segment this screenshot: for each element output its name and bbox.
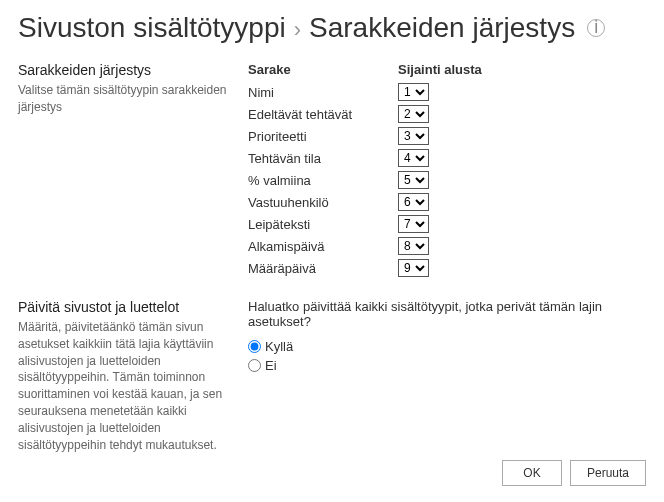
col-header-position: Sijainti alusta: [398, 62, 482, 77]
radio-no-label: Ei: [265, 358, 277, 373]
section-heading: Sarakkeiden järjestys: [18, 62, 228, 78]
page-title: Sarakkeiden järjestys: [309, 12, 575, 44]
radio-yes-input[interactable]: [248, 340, 261, 353]
table-row: Määräpäivä123456789: [248, 259, 646, 277]
column-name: Edeltävät tehtävät: [248, 107, 398, 122]
column-name: Alkamispäivä: [248, 239, 398, 254]
column-order-table: Sarake Sijainti alusta Nimi123456789Edel…: [248, 62, 646, 281]
table-row: Vastuuhenkilö123456789: [248, 193, 646, 211]
page-header: Sivuston sisältötyyppi › Sarakkeiden jär…: [0, 0, 664, 62]
position-select[interactable]: 123456789: [398, 215, 429, 233]
section-update-sites: Päivitä sivustot ja luettelot Määritä, p…: [0, 299, 664, 453]
position-select[interactable]: 123456789: [398, 237, 429, 255]
column-name: Tehtävän tila: [248, 151, 398, 166]
radio-no[interactable]: Ei: [248, 358, 646, 373]
cancel-button[interactable]: Peruuta: [570, 460, 646, 486]
section-column-order: Sarakkeiden järjestys Valitse tämän sisä…: [0, 62, 664, 281]
position-select[interactable]: 123456789: [398, 83, 429, 101]
table-row: Edeltävät tehtävät123456789: [248, 105, 646, 123]
position-select[interactable]: 123456789: [398, 105, 429, 123]
ok-button[interactable]: OK: [502, 460, 562, 486]
position-select[interactable]: 123456789: [398, 171, 429, 189]
position-select[interactable]: 123456789: [398, 193, 429, 211]
update-question: Haluatko päivittää kaikki sisältötyypit,…: [248, 299, 646, 329]
column-name: Vastuuhenkilö: [248, 195, 398, 210]
section-heading: Päivitä sivustot ja luettelot: [18, 299, 228, 315]
radio-yes[interactable]: Kyllä: [248, 339, 646, 354]
column-name: Leipäteksti: [248, 217, 398, 232]
button-row: OK Peruuta: [502, 460, 646, 486]
breadcrumb-root[interactable]: Sivuston sisältötyyppi: [18, 12, 286, 44]
position-select[interactable]: 123456789: [398, 259, 429, 277]
chevron-right-icon: ›: [294, 17, 301, 43]
column-name: Määräpäivä: [248, 261, 398, 276]
section-description: Valitse tämän sisältötyypin sarakkeiden …: [18, 82, 228, 116]
table-row: Prioriteetti123456789: [248, 127, 646, 145]
section-column-order-desc: Sarakkeiden järjestys Valitse tämän sisä…: [18, 62, 248, 281]
column-name: Prioriteetti: [248, 129, 398, 144]
update-options: Haluatko päivittää kaikki sisältötyypit,…: [248, 299, 646, 453]
radio-no-input[interactable]: [248, 359, 261, 372]
table-header: Sarake Sijainti alusta: [248, 62, 646, 77]
position-select[interactable]: 123456789: [398, 149, 429, 167]
table-row: Tehtävän tila123456789: [248, 149, 646, 167]
table-row: Nimi123456789: [248, 83, 646, 101]
section-update-desc: Päivitä sivustot ja luettelot Määritä, p…: [18, 299, 248, 453]
position-select[interactable]: 123456789: [398, 127, 429, 145]
col-header-name: Sarake: [248, 62, 398, 77]
column-name: Nimi: [248, 85, 398, 100]
table-row: Leipäteksti123456789: [248, 215, 646, 233]
radio-yes-label: Kyllä: [265, 339, 293, 354]
column-name: % valmiina: [248, 173, 398, 188]
table-row: % valmiina123456789: [248, 171, 646, 189]
section-description: Määritä, päivitetäänkö tämän sivun asetu…: [18, 319, 228, 453]
info-icon[interactable]: i: [587, 19, 605, 37]
table-row: Alkamispäivä123456789: [248, 237, 646, 255]
